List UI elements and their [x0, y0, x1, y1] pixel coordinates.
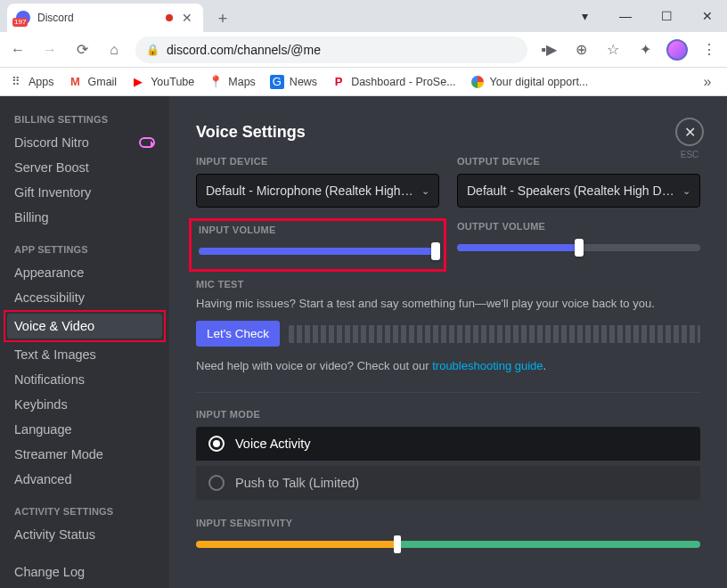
input-mode-label: INPUT MODE [196, 409, 700, 420]
recording-indicator-icon [166, 14, 173, 21]
chevron-down-icon: ⌄ [682, 185, 690, 197]
input-sensitivity-label: INPUT SENSITIVITY [196, 518, 700, 528]
sidebar-header-app: APP SETTINGS [7, 239, 162, 260]
bookmark-apps[interactable]: ⠿Apps [9, 75, 54, 89]
input-mode-voice-activity[interactable]: Voice Activity [196, 427, 700, 461]
home-button[interactable]: ⌂ [103, 39, 125, 61]
slider-thumb[interactable] [431, 242, 440, 260]
sidebar-item-nitro[interactable]: Discord Nitro [7, 130, 162, 155]
url-text: discord.com/channels/@me [167, 43, 321, 57]
sidebar-header-billing: BILLING SETTINGS [7, 109, 162, 130]
sidebar-item-notifications[interactable]: Notifications [7, 367, 162, 392]
input-volume-label: INPUT VOLUME [199, 225, 437, 235]
sidebar-item-keybinds[interactable]: Keybinds [7, 392, 162, 417]
input-sensitivity-slider[interactable] [196, 541, 700, 548]
mic-level-meter [289, 325, 700, 343]
output-volume-slider[interactable] [457, 244, 700, 251]
highlight-input-volume: INPUT VOLUME [189, 218, 446, 272]
browser-tab[interactable]: 197 Discord ✕ [7, 4, 203, 32]
browser-toolbar: ← → ⟳ ⌂ 🔒 discord.com/channels/@me ▪▶ ⊕ … [0, 32, 727, 68]
bookmark-gmail[interactable]: MGmail [69, 75, 118, 89]
close-tab-button[interactable]: ✕ [180, 11, 194, 25]
profile-avatar[interactable] [666, 39, 688, 61]
tab-badge: 197 [12, 18, 28, 27]
sidebar-item-advanced[interactable]: Advanced [7, 467, 162, 492]
sidebar-item-appearance[interactable]: Appearance [7, 260, 162, 285]
back-button[interactable]: ← [7, 39, 29, 61]
close-settings-button[interactable]: ✕ [675, 118, 704, 146]
window-minimize-button[interactable]: — [613, 4, 638, 29]
sidebar-item-billing[interactable]: Billing [7, 205, 162, 230]
input-device-value: Default - Microphone (Realtek High Defin… [206, 184, 416, 198]
nitro-icon [139, 137, 155, 148]
bookmark-news[interactable]: GNews [270, 75, 317, 89]
input-volume-slider[interactable] [199, 248, 437, 255]
radio-icon [208, 475, 225, 491]
slider-thumb[interactable] [394, 535, 401, 553]
radio-icon [208, 436, 225, 452]
bookmarks-overflow-button[interactable]: » [697, 71, 718, 93]
bookmark-dashboard[interactable]: PDashboard - ProSe... [331, 75, 455, 89]
window-close-button[interactable]: ✕ [695, 4, 720, 29]
sidebar-header-activity: ACTIVITY SETTINGS [7, 501, 162, 522]
sidebar-item-changelog[interactable]: Change Log [7, 559, 162, 584]
page-title: Voice Settings [196, 123, 700, 142]
sidebar-item-activity-status[interactable]: Activity Status [7, 522, 162, 547]
bookmarks-bar: ⠿Apps MGmail ▶YouTube 📍Maps GNews PDashb… [0, 68, 727, 96]
new-tab-button[interactable]: + [210, 6, 235, 31]
bookmark-maps[interactable]: 📍Maps [208, 75, 256, 89]
address-bar[interactable]: 🔒 discord.com/channels/@me [135, 37, 527, 63]
settings-content: ✕ ESC Voice Settings INPUT DEVICE Defaul… [169, 96, 727, 588]
input-mode-push-to-talk[interactable]: Push to Talk (Limited) [196, 466, 700, 500]
chevron-down-icon: ⌄ [421, 185, 429, 197]
section-divider [196, 392, 700, 393]
sidebar-item-streamer[interactable]: Streamer Mode [7, 442, 162, 467]
esc-label: ESC [675, 150, 704, 159]
sidebar-item-text-images[interactable]: Text & Images [7, 342, 162, 367]
browser-titlebar: 197 Discord ✕ + ▾ — ☐ ✕ [0, 0, 727, 32]
sidebar-item-gift[interactable]: Gift Inventory [7, 180, 162, 205]
input-device-select[interactable]: Default - Microphone (Realtek High Defin… [196, 174, 439, 208]
sidebar-item-hypesquad[interactable]: HypeSquad [7, 584, 162, 588]
highlight-voice-video: Voice & Video [4, 310, 166, 342]
reload-button[interactable]: ⟳ [71, 39, 93, 61]
help-text: Need help with voice or video? Check out… [196, 359, 700, 372]
output-device-label: OUTPUT DEVICE [457, 156, 700, 167]
sidebar-item-boost[interactable]: Server Boost [7, 155, 162, 180]
sidebar-item-voice-video[interactable]: Voice & Video [7, 314, 162, 339]
bookmark-youtube[interactable]: ▶YouTube [131, 75, 194, 89]
bookmark-digital[interactable]: Your digital opport... [470, 75, 589, 89]
mic-test-description: Having mic issues? Start a test and say … [196, 297, 700, 310]
output-device-select[interactable]: Default - Speakers (Realtek High Definit… [457, 174, 700, 208]
extensions-icon[interactable]: ✦ [634, 39, 656, 61]
mic-test-label: MIC TEST [196, 279, 700, 290]
input-device-label: INPUT DEVICE [196, 156, 439, 167]
output-device-value: Default - Speakers (Realtek High Definit… [467, 184, 677, 198]
settings-sidebar: BILLING SETTINGS Discord Nitro Server Bo… [0, 96, 169, 588]
lets-check-button[interactable]: Let's Check [196, 321, 280, 347]
tab-title: Discord [37, 12, 74, 24]
discord-favicon: 197 [16, 11, 30, 25]
window-maximize-button[interactable]: ☐ [654, 4, 679, 29]
lock-icon: 🔒 [146, 44, 159, 56]
troubleshooting-link[interactable]: troubleshooting guide [432, 359, 543, 372]
forward-button[interactable]: → [39, 39, 61, 61]
sidebar-item-language[interactable]: Language [7, 417, 162, 442]
sidebar-item-accessibility[interactable]: Accessibility [7, 285, 162, 310]
camera-icon[interactable]: ▪▶ [538, 39, 560, 61]
output-volume-label: OUTPUT VOLUME [457, 221, 700, 232]
chrome-menu-button[interactable]: ⋮ [698, 39, 720, 61]
bookmark-star-icon[interactable]: ☆ [602, 39, 624, 61]
zoom-icon[interactable]: ⊕ [570, 39, 592, 61]
account-chevron-icon[interactable]: ▾ [572, 4, 597, 29]
slider-thumb[interactable] [575, 239, 584, 257]
